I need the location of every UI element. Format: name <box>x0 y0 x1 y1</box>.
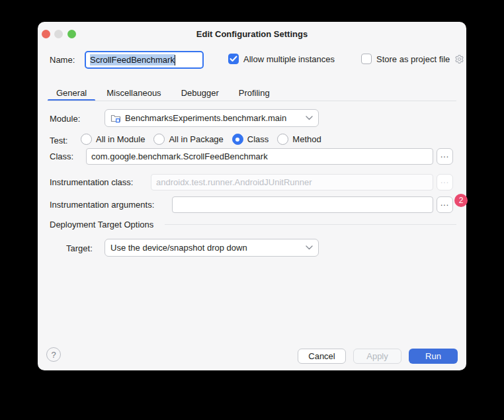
question-mark-icon: ? <box>51 350 56 360</box>
instrumentation-class-browse-button: ... <box>437 174 453 190</box>
tab-profiling-label: Profiling <box>239 88 270 98</box>
instrumentation-arguments-label: Instrumentation arguments: <box>50 200 154 210</box>
tab-debugger-label: Debugger <box>181 88 219 98</box>
tab-profiling[interactable]: Profiling <box>230 84 278 101</box>
deployment-target-options-header: Deployment Target Options <box>50 220 153 230</box>
name-label: Name: <box>50 55 75 65</box>
radio-class-label: Class <box>247 134 269 144</box>
section-divider <box>165 224 456 225</box>
class-field-value: com.google.benchmark.ScrollFeedBenchmark <box>91 151 268 161</box>
class-label: Class: <box>50 151 73 161</box>
tab-debugger[interactable]: Debugger <box>173 84 228 101</box>
instrumentation-arguments-field[interactable] <box>172 196 433 213</box>
class-field[interactable]: com.google.benchmark.ScrollFeedBenchmark <box>86 148 433 165</box>
tab-general-label: General <box>56 88 87 98</box>
radio-class[interactable]: Class <box>232 134 269 145</box>
target-dropdown-value: Use the device/snapshot drop down <box>110 243 247 253</box>
cancel-button[interactable]: Cancel <box>298 349 346 364</box>
class-browse-button[interactable]: ... <box>437 148 453 165</box>
dialog-title: Edit Configuration Settings <box>38 29 466 39</box>
store-as-project-file-label: Store as project file <box>376 54 450 64</box>
apply-button: Apply <box>353 349 401 364</box>
target-dropdown[interactable]: Use the device/snapshot drop down <box>105 239 319 257</box>
chevron-down-icon <box>306 116 313 120</box>
module-label: Module: <box>50 114 80 124</box>
radio-unselected-icon <box>153 134 165 145</box>
radio-selected-icon <box>232 134 243 145</box>
radio-method-label: Method <box>292 134 321 144</box>
store-as-project-file-checkbox[interactable]: Store as project file <box>361 54 464 64</box>
radio-method[interactable]: Method <box>277 134 321 145</box>
text-caret <box>175 55 176 65</box>
allow-multiple-instances-checkbox[interactable]: Allow multiple instances <box>228 54 335 64</box>
notification-count-badge: 2 <box>454 194 468 207</box>
tab-divider <box>48 101 456 101</box>
instrumentation-class-field-value: androidx.test.runner.AndroidJUnitRunner <box>156 177 312 187</box>
module-dropdown[interactable]: BenchmarksExperiments.benchmark.main <box>105 109 319 127</box>
radio-unselected-icon <box>277 134 288 145</box>
instrumentation-class-label: Instrumentation class: <box>50 177 133 187</box>
run-button[interactable]: Run <box>409 349 458 364</box>
radio-unselected-icon <box>81 134 92 145</box>
checkbox-unchecked-icon <box>361 54 372 64</box>
help-button[interactable]: ? <box>46 347 61 362</box>
instrumentation-class-field: androidx.test.runner.AndroidJUnitRunner <box>151 174 433 190</box>
test-radio-group: All in Module All in Package Class Metho… <box>81 134 321 145</box>
chevron-down-icon <box>306 245 313 250</box>
tab-general[interactable]: General <box>48 84 95 101</box>
radio-all-in-module[interactable]: All in Module <box>81 134 145 145</box>
radio-all-in-module-label: All in Module <box>96 134 145 144</box>
checkbox-checked-icon <box>228 54 239 64</box>
test-label: Test: <box>50 136 67 146</box>
tab-bar: General Miscellaneous Debugger Profiling <box>48 84 278 101</box>
name-input-value: ScrollFeedBenchmark <box>90 54 175 65</box>
instrumentation-arguments-browse-button[interactable]: ... <box>437 196 453 213</box>
radio-all-in-package-label: All in Package <box>169 134 223 144</box>
gear-icon[interactable] <box>454 54 464 64</box>
tab-miscellaneous-label: Miscellaneous <box>106 88 161 98</box>
name-input[interactable]: ScrollFeedBenchmark <box>85 51 204 69</box>
edit-configuration-dialog: Edit Configuration Settings Name: Scroll… <box>38 22 466 370</box>
radio-all-in-package[interactable]: All in Package <box>153 134 223 145</box>
module-icon <box>110 113 121 124</box>
target-label: Target: <box>66 243 93 253</box>
allow-multiple-instances-label: Allow multiple instances <box>243 54 335 64</box>
module-dropdown-value: BenchmarksExperiments.benchmark.main <box>125 113 286 123</box>
tab-miscellaneous[interactable]: Miscellaneous <box>98 84 169 101</box>
